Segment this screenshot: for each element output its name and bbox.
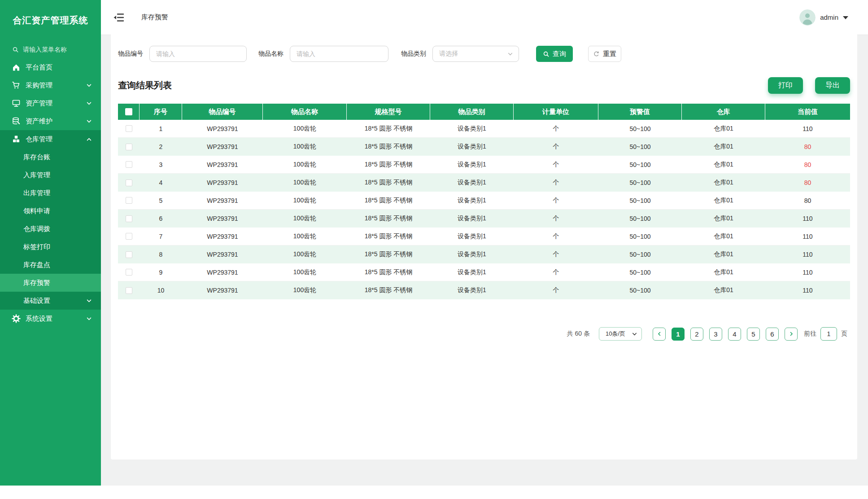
chevron-down-icon: [507, 51, 513, 57]
cell-code: WP293791: [182, 245, 263, 263]
sidebar-item-4[interactable]: 仓库管理: [0, 130, 101, 148]
cell-current: 80: [765, 156, 850, 173]
select-all-checkbox[interactable]: [125, 108, 132, 115]
cell-category: 设备类别1: [430, 263, 514, 281]
page-size-select[interactable]: 10条/页: [599, 327, 642, 341]
gear-icon: [12, 314, 21, 323]
table-header-cell: 仓库: [682, 104, 765, 120]
row-checkbox[interactable]: [126, 197, 132, 204]
sidebar-item-14[interactable]: 系统设置: [0, 310, 101, 328]
row-checkbox[interactable]: [126, 251, 132, 258]
cell-unit: 个: [514, 174, 598, 192]
sidebar-item-label: 标签打印: [23, 243, 50, 251]
sidebar-item-7[interactable]: 出库管理: [0, 184, 101, 202]
menu-search[interactable]: [0, 40, 101, 58]
export-button[interactable]: 导出: [815, 77, 850, 94]
page-button-6[interactable]: 6: [766, 328, 779, 341]
table-row: 2WP293791100齿轮18*5 圆形 不锈钢设备类别1个50~100仓库0…: [118, 138, 850, 156]
sidebar-item-label: 库存台账: [23, 153, 50, 162]
item-name-label: 物品名称: [258, 50, 284, 58]
sidebar-item-label: 资产维护: [26, 117, 52, 126]
cell-warehouse: 仓库01: [682, 192, 765, 209]
sidebar-item-6[interactable]: 入库管理: [0, 166, 101, 184]
item-code-input[interactable]: [149, 46, 247, 62]
page-button-5[interactable]: 5: [747, 328, 760, 341]
chevron-down-icon: [632, 331, 637, 337]
cell-threshold: 50~100: [598, 263, 682, 281]
chevron-down-icon: [86, 298, 92, 304]
result-head: 查询结果列表 打印 导出: [118, 77, 850, 94]
cell-no: 3: [140, 156, 182, 173]
sidebar-item-label: 仓库管理: [26, 135, 52, 144]
row-checkbox[interactable]: [126, 144, 132, 150]
chevron-left-icon: [657, 331, 662, 337]
table-row: 4WP293791100齿轮18*5 圆形 不锈钢设备类别1个50~100仓库0…: [118, 174, 850, 192]
row-checkbox[interactable]: [126, 179, 132, 186]
table-row: 7WP293791100齿轮18*5 圆形 不锈钢设备类别1个50~100仓库0…: [118, 228, 850, 245]
sidebar-item-2[interactable]: 资产管理: [0, 94, 101, 112]
sidebar-item-5[interactable]: 库存台账: [0, 148, 101, 166]
cell-current: 80: [765, 138, 850, 156]
cell-code: WP293791: [182, 281, 263, 299]
sidebar-item-label: 平台首页: [26, 63, 52, 72]
row-checkbox-cell: [118, 174, 140, 192]
cell-threshold: 50~100: [598, 138, 682, 156]
goto-page-input[interactable]: [820, 327, 837, 341]
cell-current: 80: [765, 192, 850, 209]
sidebar-item-11[interactable]: 库存盘点: [0, 256, 101, 274]
cell-spec: 18*5 圆形 不锈钢: [347, 210, 430, 228]
page-button-2[interactable]: 2: [690, 328, 703, 341]
result-actions: 打印 导出: [768, 77, 850, 94]
sidebar-item-8[interactable]: 领料申请: [0, 202, 101, 220]
row-checkbox[interactable]: [126, 233, 132, 240]
sidebar-item-10[interactable]: 标签打印: [0, 238, 101, 256]
user-menu[interactable]: admin: [799, 9, 848, 26]
cell-name: 100齿轮: [263, 192, 347, 209]
sidebar-item-3[interactable]: 资产维护: [0, 112, 101, 130]
row-checkbox-cell: [118, 120, 140, 137]
row-checkbox-cell: [118, 263, 140, 281]
sidebar-item-13[interactable]: 基础设置: [0, 292, 101, 310]
item-name-input[interactable]: [290, 46, 388, 62]
row-checkbox-cell: [118, 192, 140, 209]
sidebar-item-12[interactable]: 库存预警: [0, 274, 101, 292]
row-checkbox[interactable]: [126, 287, 132, 294]
search-button[interactable]: 查询: [536, 46, 573, 62]
row-checkbox-cell: [118, 138, 140, 156]
cell-no: 1: [140, 120, 182, 137]
page-button-4[interactable]: 4: [728, 328, 741, 341]
row-checkbox[interactable]: [126, 161, 132, 168]
cell-current: 110: [765, 210, 850, 228]
page-buttons: 123456: [672, 328, 785, 341]
cell-no: 6: [140, 210, 182, 228]
row-checkbox[interactable]: [126, 215, 132, 222]
cell-category: 设备类别1: [430, 120, 514, 137]
table-row: 9WP293791100齿轮18*5 圆形 不锈钢设备类别1个50~100仓库0…: [118, 263, 850, 281]
sidebar-item-9[interactable]: 仓库调拨: [0, 220, 101, 238]
cell-warehouse: 仓库01: [682, 210, 765, 228]
sidebar-item-1[interactable]: 采购管理: [0, 76, 101, 94]
open-tab-label[interactable]: 库存预警: [141, 13, 168, 22]
sidebar-item-0[interactable]: 平台首页: [0, 58, 101, 76]
menu-search-input[interactable]: [23, 46, 90, 53]
print-button[interactable]: 打印: [768, 77, 803, 94]
row-checkbox[interactable]: [126, 125, 132, 132]
cell-name: 100齿轮: [263, 120, 347, 137]
cell-warehouse: 仓库01: [682, 138, 765, 156]
item-category-select[interactable]: 请选择: [432, 46, 519, 62]
table-header-cell: 当前值: [765, 104, 850, 120]
next-page-button[interactable]: [785, 328, 798, 341]
cell-spec: 18*5 圆形 不锈钢: [347, 228, 430, 245]
page-button-3[interactable]: 3: [709, 328, 722, 341]
cell-no: 2: [140, 138, 182, 156]
row-checkbox[interactable]: [126, 269, 132, 276]
sidebar-item-label: 基础设置: [23, 297, 50, 305]
sidebar-collapse-icon[interactable]: [113, 12, 124, 23]
reset-button[interactable]: 重置: [588, 46, 621, 62]
table-body: 1WP293791100齿轮18*5 圆形 不锈钢设备类别1个50~100仓库0…: [118, 120, 850, 299]
prev-page-button[interactable]: [653, 328, 666, 341]
cell-current: 110: [765, 281, 850, 299]
result-table: 序号物品编号物品名称规格型号物品类别计量单位预警值仓库当前值 1WP293791…: [118, 104, 850, 299]
search-icon: [543, 51, 550, 57]
page-button-1[interactable]: 1: [672, 328, 685, 341]
